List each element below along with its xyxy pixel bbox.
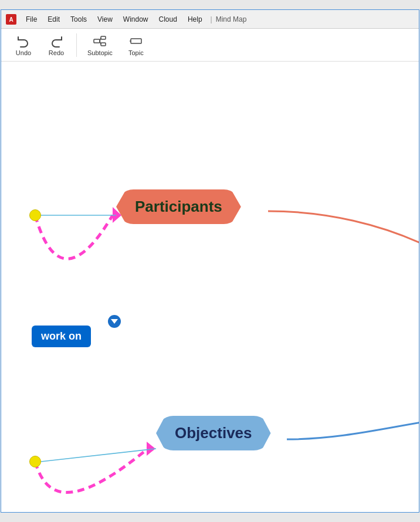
menu-bar: File Edit Tools View Window Cloud Help |… [21,14,414,25]
menu-window[interactable]: Window [118,14,153,25]
toolbar: Undo Redo Subtopic Topic [1,29,419,62]
svg-marker-10 [147,442,155,456]
application-window: A File Edit Tools View Window Cloud Help… [1,9,419,513]
svg-rect-7 [131,39,141,43]
menu-edit[interactable]: Edit [43,14,65,25]
svg-rect-2 [94,39,100,43]
svg-rect-4 [101,43,106,46]
svg-marker-13 [111,319,118,324]
redo-button[interactable]: Redo [41,32,72,59]
app-icon: A [6,14,16,25]
objectives-label: Objectives [175,424,252,442]
menu-view[interactable]: View [93,14,117,25]
svg-text:A: A [9,16,13,23]
connector-bottom [29,456,41,467]
menu-tools[interactable]: Tools [66,14,92,25]
menu-cloud[interactable]: Cloud [154,14,182,25]
subtopic-label: Subtopic [87,49,113,56]
topic-label: Topic [128,49,144,56]
menu-separator: | [208,15,215,23]
node-participants[interactable]: Participants [116,189,241,224]
menu-file[interactable]: File [21,14,42,25]
dropdown-indicator[interactable] [108,315,121,328]
redo-label: Redo [49,49,64,56]
participants-label: Participants [135,198,222,215]
app-mode-label: Mind Map [216,15,247,23]
undo-button[interactable]: Undo [8,32,39,59]
work-on-label: work on [41,330,82,342]
svg-line-6 [100,41,101,45]
svg-rect-3 [101,36,106,39]
connector-top [29,209,41,221]
titlebar: A File Edit Tools View Window Cloud Help… [1,10,419,29]
topic-button[interactable]: Topic [121,32,151,59]
svg-line-12 [41,449,156,462]
canvas: Participants Objectives work on [1,62,419,512]
toolbar-divider [76,33,77,57]
menu-help[interactable]: Help [183,14,207,25]
node-work-on[interactable]: work on [32,326,91,347]
node-objectives[interactable]: Objectives [156,416,271,450]
svg-line-5 [100,38,101,41]
undo-label: Undo [16,49,31,56]
subtopic-button[interactable]: Subtopic [82,32,118,59]
